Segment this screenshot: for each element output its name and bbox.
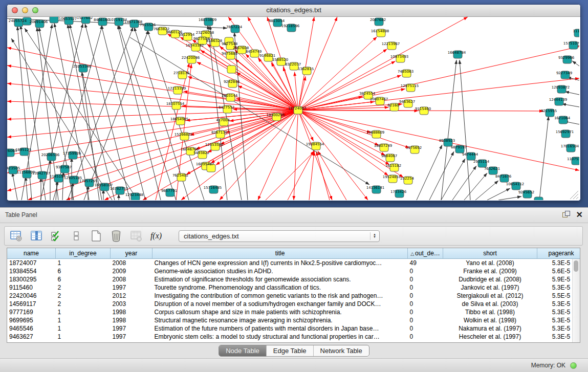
column-settings-icon[interactable] bbox=[10, 229, 23, 243]
table-cell[interactable]: 14569117 bbox=[7, 300, 56, 308]
table-cell[interactable]: 0 bbox=[408, 292, 443, 300]
table-cell[interactable]: de Silva et al. (2003) bbox=[443, 300, 537, 308]
graph-edge[interactable] bbox=[562, 104, 579, 107]
graph-edge[interactable] bbox=[318, 151, 346, 200]
graph-node[interactable] bbox=[50, 17, 58, 23]
table-cell[interactable]: 1998 bbox=[111, 316, 153, 324]
graph-edge[interactable] bbox=[487, 188, 510, 200]
table-cell[interactable]: Franke et al. (2009) bbox=[443, 267, 537, 275]
graph-edge[interactable] bbox=[221, 111, 298, 145]
table-cell[interactable]: 6 bbox=[56, 267, 111, 275]
table-cell[interactable]: 9777169 bbox=[7, 308, 56, 316]
graph-edge[interactable] bbox=[220, 111, 298, 201]
table-cell[interactable]: 2008 bbox=[111, 275, 153, 283]
resize-grip-icon[interactable] bbox=[576, 197, 578, 199]
table-cell[interactable]: Genome-wide association studies in ADHD. bbox=[153, 267, 408, 275]
column-header-year[interactable]: year bbox=[111, 248, 153, 259]
graph-edge[interactable] bbox=[7, 111, 298, 156]
graph-edge[interactable] bbox=[298, 47, 580, 111]
table-cell[interactable]: 9699695 bbox=[7, 316, 56, 324]
graph-edge[interactable] bbox=[298, 111, 379, 146]
graph-edge[interactable] bbox=[539, 116, 549, 200]
table-cell[interactable]: 19384554 bbox=[7, 267, 56, 275]
table-cell[interactable]: Stergiakouli et al. (2012) bbox=[443, 292, 537, 300]
window-titlebar[interactable]: citations_edges.txt bbox=[7, 5, 580, 17]
table-cell[interactable]: 0 bbox=[408, 316, 443, 324]
column-header-pagerank[interactable]: pagerank bbox=[537, 248, 581, 259]
table-cell[interactable]: Jankovic et al. (1997) bbox=[443, 283, 537, 292]
resize-grip-icon[interactable] bbox=[573, 194, 578, 199]
table-cell[interactable]: 1997 bbox=[111, 333, 153, 341]
tab-edge-table[interactable]: Edge Table bbox=[267, 345, 314, 356]
table-cell[interactable]: 1 bbox=[56, 324, 111, 333]
table-row[interactable]: 977716911998Corpus callosum shape and si… bbox=[7, 308, 580, 316]
select-rows-icon[interactable] bbox=[50, 229, 63, 243]
table-cell[interactable]: 0 bbox=[408, 283, 443, 292]
graph-edge[interactable] bbox=[68, 24, 102, 200]
table-cell[interactable]: 1 bbox=[56, 333, 111, 341]
graph-edge[interactable] bbox=[7, 65, 298, 111]
table-cell[interactable]: Dudbridge et al. (2008) bbox=[443, 275, 537, 283]
delete-trash-icon[interactable] bbox=[110, 229, 123, 243]
table-row[interactable]: 946362711997Embryonic stem cells: a mode… bbox=[7, 333, 580, 341]
table-cell[interactable]: 2 bbox=[56, 300, 111, 308]
close-panel-icon[interactable]: ✕ bbox=[576, 211, 583, 218]
table-cell[interactable]: 6 bbox=[56, 275, 111, 283]
table-cell[interactable]: 0 bbox=[408, 300, 443, 308]
graph-edge[interactable] bbox=[498, 196, 521, 200]
table-row[interactable]: 1938455462009Genome-wide association stu… bbox=[7, 267, 580, 275]
table-cell[interactable]: Hescheler et al. (1997) bbox=[443, 333, 537, 341]
table-cell[interactable]: 2012 bbox=[111, 292, 153, 300]
table-cell[interactable]: 22420046 bbox=[7, 292, 56, 300]
graph-edge[interactable] bbox=[298, 111, 368, 201]
table-row[interactable]: 969969511998Structural magnetic resonanc… bbox=[7, 316, 580, 324]
table-cell[interactable]: 2003 bbox=[111, 300, 153, 308]
graph-edge[interactable] bbox=[429, 151, 454, 200]
table-row[interactable]: 1830029562008Estimation of significance … bbox=[7, 275, 580, 283]
graph-edge[interactable] bbox=[26, 177, 28, 200]
graph-edge[interactable] bbox=[475, 181, 498, 200]
table-cell[interactable]: Estimation of significance thresholds fo… bbox=[153, 275, 408, 283]
table-cell[interactable]: 9463627 bbox=[7, 333, 56, 341]
table-cell[interactable]: 0 bbox=[408, 333, 443, 341]
graph-edge[interactable] bbox=[53, 25, 102, 200]
table-row[interactable]: 1872400712008Changes of HCN gene express… bbox=[7, 259, 580, 268]
table-cell[interactable]: 1997 bbox=[111, 324, 153, 333]
graph-edge[interactable] bbox=[119, 25, 176, 200]
table-row[interactable]: 946554611997Estimation of the future num… bbox=[7, 324, 580, 333]
table-cell[interactable]: 2 bbox=[56, 292, 111, 300]
graph-edge[interactable] bbox=[441, 60, 456, 200]
table-cell[interactable]: Yano et al. (2008) bbox=[443, 259, 537, 268]
table-cell[interactable]: 0 bbox=[408, 275, 443, 283]
table-cell[interactable]: 18300295 bbox=[7, 275, 56, 283]
new-file-icon[interactable] bbox=[90, 229, 103, 243]
minimize-window-button[interactable] bbox=[22, 7, 28, 13]
table-cell[interactable]: 1 bbox=[56, 259, 111, 268]
float-panel-icon[interactable] bbox=[562, 211, 570, 218]
column-header-name[interactable]: name bbox=[7, 248, 56, 259]
table-cell[interactable]: 49 bbox=[408, 259, 443, 268]
tab-network-table[interactable]: Network Table bbox=[314, 345, 369, 356]
table-cell[interactable]: 18724007 bbox=[7, 259, 56, 268]
table-cell[interactable]: Investigating the contribution of common… bbox=[153, 292, 408, 300]
graph-edge[interactable] bbox=[417, 145, 442, 200]
zoom-window-button[interactable] bbox=[32, 7, 38, 13]
table-vertical-scrollbar[interactable] bbox=[572, 259, 580, 342]
table-cell[interactable]: 2008 bbox=[111, 259, 153, 268]
column-header-out_de[interactable]: △out_de… bbox=[408, 248, 443, 259]
graph-edge[interactable] bbox=[460, 60, 470, 200]
table-cell[interactable]: 1 bbox=[56, 308, 111, 316]
graph-edge[interactable] bbox=[266, 151, 315, 200]
table-cell[interactable]: 0 bbox=[408, 324, 443, 333]
table-cell[interactable]: Embryonic stem cells: a model to study s… bbox=[153, 333, 408, 341]
graph-edge[interactable] bbox=[572, 61, 579, 66]
network-canvas[interactable]: 2405572420691406106535271527602846616010… bbox=[7, 17, 579, 200]
table-cell[interactable]: Wolkin et al. (1998) bbox=[443, 316, 537, 324]
graph-edge[interactable] bbox=[7, 101, 298, 111]
table-cell[interactable]: Changes of HCN gene expression and I(f) … bbox=[153, 259, 408, 268]
table-cell[interactable]: Corpus callosum shape and size in male p… bbox=[153, 308, 408, 316]
table-cell[interactable]: Disruption of a novel member of a sodium… bbox=[153, 300, 408, 308]
graph-edge[interactable] bbox=[12, 172, 17, 200]
table-cell[interactable]: 1998 bbox=[111, 308, 153, 316]
table-cell[interactable]: Nakamura et al. (1997) bbox=[443, 324, 537, 333]
